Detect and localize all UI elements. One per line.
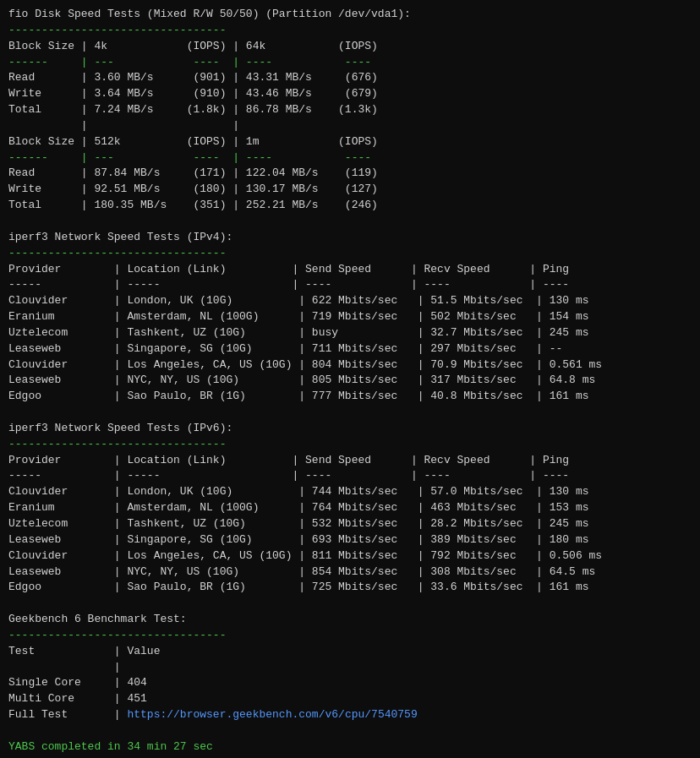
separator-line: --------------------------------- (8, 247, 226, 259)
terminal-line: Uztelecom | Tashkent, UZ (10G) | busy | … (8, 326, 589, 339)
terminal-line: Multi Core | 451 (8, 692, 147, 705)
terminal-line: Single Core | 404 (8, 676, 147, 689)
terminal-line: Clouvider | Los Angeles, CA, US (10G) | … (8, 549, 602, 562)
separator-line: ------ | --- ---- | ---- ---- (8, 56, 371, 68)
terminal-line: Read | 3.60 MB/s (901) | 43.31 MB/s (676… (8, 71, 378, 84)
terminal-line: Uztelecom | Tashkent, UZ (10G) | 532 Mbi… (8, 517, 589, 530)
terminal-line: Leaseweb | NYC, NY, US (10G) | 854 Mbits… (8, 565, 595, 578)
terminal-line: iperf3 Network Speed Tests (IPv4): (8, 231, 232, 243)
completion-line: YABS completed in 34 min 27 sec (8, 740, 213, 753)
terminal-line: Eranium | Amsterdam, NL (100G) | 719 Mbi… (8, 310, 589, 323)
separator-line: --------------------------------- (8, 24, 226, 36)
terminal-line: Leaseweb | Singapore, SG (10G) | 693 Mbi… (8, 533, 589, 546)
terminal-line: Clouvider | London, UK (10G) | 744 Mbits… (8, 485, 589, 498)
separator-line: ------ | --- ---- | ---- ---- (8, 151, 371, 164)
terminal-line: Geekbench 6 Benchmark Test: (8, 613, 187, 625)
terminal-line: fio Disk Speed Tests (Mixed R/W 50/50) (… (8, 8, 411, 20)
terminal-line: Leaseweb | NYC, NY, US (10G) | 805 Mbits… (8, 374, 595, 386)
terminal-line: ----- | ----- | ---- | ---- | ---- (8, 469, 569, 482)
terminal-line: Block Size | 512k (IOPS) | 1m (IOPS) (8, 135, 378, 148)
terminal-line: Write | 3.64 MB/s (910) | 43.46 MB/s (67… (8, 87, 378, 100)
terminal-line: Read | 87.84 MB/s (171) | 122.04 MB/s (1… (8, 166, 378, 179)
terminal-line: Clouvider | London, UK (10G) | 622 Mbits… (8, 294, 589, 307)
terminal-line: Edgoo | Sao Paulo, BR (1G) | 777 Mbits/s… (8, 390, 589, 402)
terminal-line: Write | 92.51 MB/s (180) | 130.17 MB/s (… (8, 183, 378, 195)
terminal-line: Total | 7.24 MB/s (1.8k) | 86.78 MB/s (1… (8, 103, 378, 116)
terminal-line: Test | Value (8, 645, 160, 657)
terminal-line: | | (8, 119, 239, 132)
separator-line: --------------------------------- (8, 629, 226, 641)
benchmark-url-line: Full Test | https://browser.geekbench.co… (8, 708, 418, 721)
separator-line: --------------------------------- (8, 438, 226, 450)
terminal-line: Clouvider | Los Angeles, CA, US (10G) | … (8, 358, 602, 371)
terminal-line: iperf3 Network Speed Tests (IPv6): (8, 422, 232, 434)
terminal-line: Leaseweb | Singapore, SG (10G) | 711 Mbi… (8, 342, 562, 355)
terminal-line: ----- | ----- | ---- | ---- | ---- (8, 278, 569, 291)
terminal-line: Total | 180.35 MB/s (351) | 252.21 MB/s … (8, 199, 378, 211)
terminal-line: | (8, 661, 121, 673)
terminal-line: Provider | Location (Link) | Send Speed … (8, 263, 569, 275)
terminal-line: Eranium | Amsterdam, NL (100G) | 764 Mbi… (8, 501, 589, 514)
terminal-line: Edgoo | Sao Paulo, BR (1G) | 725 Mbits/s… (8, 581, 589, 593)
terminal-line: Provider | Location (Link) | Send Speed … (8, 454, 569, 466)
terminal-line: Block Size | 4k (IOPS) | 64k (IOPS) (8, 40, 378, 52)
terminal-output: fio Disk Speed Tests (Mixed R/W 50/50) (… (8, 7, 692, 755)
